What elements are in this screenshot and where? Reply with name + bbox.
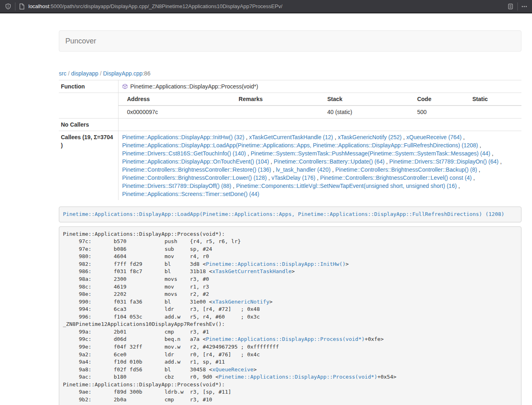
snippet-link[interactable]: Pinetime::Applications::DisplayApp::Load…: [63, 211, 504, 217]
url-host: localhost: [28, 3, 49, 9]
breadcrumb: src / displayapp / DisplayApp.cpp:86: [59, 70, 521, 77]
callee-link[interactable]: Pinetime::Controllers::BrightnessControl…: [320, 174, 472, 181]
callees-cell: Pinetime::Applications::DisplayApp::Init…: [118, 131, 522, 200]
metrics-row: Address Remarks Stack Code Static 0x0000…: [59, 93, 521, 118]
callees-row: Callees (19, Σ=3704 ) Pinetime::Applicat…: [59, 131, 521, 200]
url-input[interactable]: localhost:5000/path/src/displayapp/Displ…: [28, 3, 507, 9]
page-info-icon[interactable]: [19, 3, 25, 10]
callee-link[interactable]: Pinetime::Controllers::BrightnessControl…: [335, 166, 477, 173]
callee-link[interactable]: Pinetime::Drivers::St7789::DisplayOn() (…: [389, 158, 498, 165]
address-value: 0x0000097c: [118, 106, 230, 118]
breadcrumb-link[interactable]: displayapp: [71, 70, 98, 77]
function-cell: Pinetime::Applications::DisplayApp::Proc…: [118, 80, 522, 93]
shield-icon[interactable]: [5, 3, 11, 10]
navbar: Puncover: [59, 30, 521, 52]
callee-link[interactable]: lv_task_handler (420): [276, 166, 331, 173]
callee-link[interactable]: Pinetime::Controllers::Battery::Update()…: [274, 158, 385, 165]
callee-link[interactable]: Pinetime::Applications::DisplayApp::Load…: [122, 142, 478, 149]
url-bar-divider: [517, 2, 518, 11]
stack-value: 40 (static): [319, 106, 409, 118]
callers-row: No Callers: [59, 118, 521, 131]
url-bar-divider: [15, 2, 15, 11]
function-name: Pinetime::Applications::DisplayApp::Proc…: [130, 83, 258, 90]
page-actions-menu-icon[interactable]: [521, 4, 527, 9]
function-row: Function Pinetime::Applications::Display…: [59, 80, 521, 93]
callee-link[interactable]: Pinetime::Components::LittleVgl::SetNewT…: [236, 183, 457, 189]
static-value: [464, 106, 521, 118]
metrics-values-row: 0x0000097c 40 (static) 500: [118, 106, 521, 118]
no-callers-label: No Callers: [59, 118, 118, 131]
callee-link[interactable]: xTaskGenericNotify (252): [338, 134, 401, 140]
callers-cell: [118, 118, 522, 131]
breadcrumb-link[interactable]: src: [59, 70, 67, 77]
callee-link[interactable]: xTaskGetCurrentTaskHandle (12): [249, 134, 333, 140]
function-label: Function: [59, 80, 118, 93]
browser-url-bar[interactable]: localhost:5000/path/src/displayapp/Displ…: [0, 0, 532, 13]
callee-link[interactable]: Pinetime::Drivers::Cst816S::GetTouchInfo…: [122, 150, 246, 157]
brand-link[interactable]: Puncover: [59, 37, 102, 45]
cube-icon: [122, 84, 128, 89]
highlighted-call-block: Pinetime::Applications::DisplayApp::Load…: [59, 207, 521, 222]
callee-link[interactable]: Pinetime::System::SystemTask::PushMessag…: [251, 150, 491, 157]
metrics-cell: Address Remarks Stack Code Static 0x0000…: [118, 93, 522, 118]
asm-symbol-link[interactable]: Pinetime::Applications::DisplayApp::Proc…: [206, 336, 364, 342]
remarks-value: [230, 106, 319, 118]
page-container: Puncover src / displayapp / DisplayApp.c…: [59, 30, 521, 405]
callee-link[interactable]: Pinetime::Applications::DisplayApp::Init…: [122, 134, 244, 140]
asm-symbol-link[interactable]: Pinetime::Applications::DisplayApp::Proc…: [219, 374, 377, 380]
symbol-table: Function Pinetime::Applications::Display…: [59, 80, 521, 200]
callees-label: Callees (19, Σ=3704 ): [59, 131, 118, 200]
metrics-row-label: [59, 93, 118, 118]
assembly-listing: Pinetime::Applications::DisplayApp::Proc…: [59, 226, 521, 405]
asm-symbol-link[interactable]: xQueueReceive: [212, 366, 254, 373]
callee-link[interactable]: Pinetime::Drivers::St7789::DisplayOff() …: [122, 183, 231, 189]
asm-symbol-link[interactable]: Pinetime::Applications::DisplayApp::Init…: [206, 261, 345, 267]
column-header-code: Code: [409, 93, 464, 106]
column-header-static: Static: [464, 93, 521, 106]
breadcrumb-separator: /: [67, 70, 71, 77]
column-header-address: Address: [118, 93, 230, 106]
asm-symbol-link[interactable]: xTaskGetCurrentTaskHandle: [212, 268, 292, 274]
column-header-stack: Stack: [319, 93, 409, 106]
breadcrumb-separator: /: [98, 70, 103, 77]
url-path: :5000/path/src/displayapp/DisplayApp.cpp…: [49, 3, 282, 9]
reader-mode-icon[interactable]: [507, 3, 514, 10]
breadcrumb-link[interactable]: DisplayApp.cpp: [103, 70, 142, 77]
code-value: 500: [409, 106, 464, 118]
asm-symbol-link[interactable]: xTaskGenericNotify: [212, 299, 269, 305]
callee-link[interactable]: vTaskDelay (176): [271, 174, 315, 181]
callee-link[interactable]: Pinetime::Controllers::BrightnessControl…: [122, 174, 267, 181]
callee-link[interactable]: xQueueReceive (764): [406, 134, 461, 140]
column-header-remarks: Remarks: [230, 93, 319, 106]
callee-link[interactable]: Pinetime::Applications::Screens::Timer::…: [122, 191, 259, 197]
breadcrumb-line-suffix: :86: [142, 70, 150, 77]
callee-link[interactable]: Pinetime::Controllers::BrightnessControl…: [122, 166, 271, 173]
callee-link[interactable]: Pinetime::Applications::DisplayApp::OnTo…: [122, 158, 269, 165]
metrics-table: Address Remarks Stack Code Static 0x0000…: [118, 93, 521, 118]
